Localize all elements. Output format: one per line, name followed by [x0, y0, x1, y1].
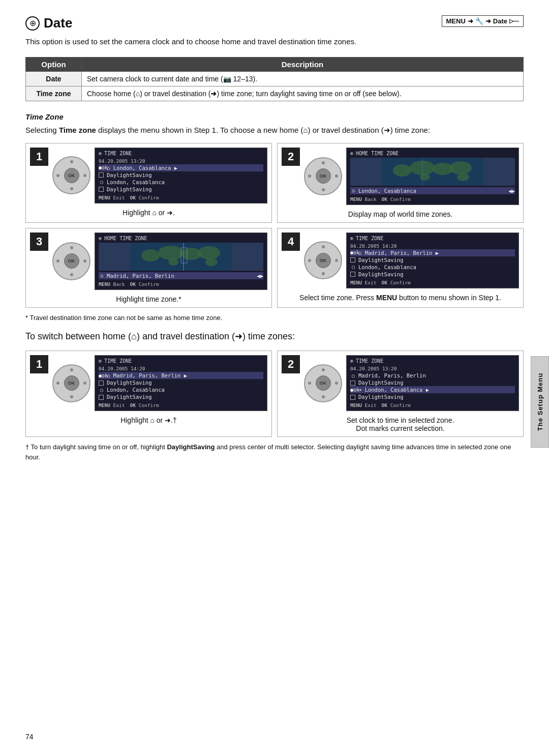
screen-s1-date: 04.20.2005 14:20 — [99, 365, 263, 372]
screen-3: ⊕HOME TIME ZONE — [95, 232, 267, 290]
controller-2-dot-right — [335, 175, 338, 178]
screen-1-row1: DaylightSaving — [99, 171, 263, 179]
step-2-caption: Display map of world time zones. — [348, 210, 452, 218]
screen-1-date: 04.20.2005 13:20 — [99, 158, 263, 164]
breadcrumb-arrow1: ➜ — [468, 17, 473, 25]
controller-dot-bottom — [70, 187, 73, 190]
screen-s1-row2: ○London, Casablanca — [99, 386, 263, 393]
screen-4-row3: DaylightSaving — [350, 271, 515, 278]
breadcrumb-setup-icon: 🔧 — [475, 17, 483, 25]
controller-s2: OK — [304, 364, 342, 402]
screen-s1-row0: ●ok⌂ Madrid, Paris, Berlin ▶ — [99, 372, 263, 379]
svg-point-5 — [449, 161, 472, 175]
svg-point-3 — [420, 173, 430, 181]
footnote-2: † To turn daylight saving time on or off… — [25, 442, 524, 462]
switch-step-1-number: 1 — [30, 355, 48, 373]
screen-4-row2: ○London, Casablanca — [350, 264, 515, 271]
screen-4-title: ⊕TIME ZONE — [350, 236, 515, 241]
step-3-caption: Highlight time zone.* — [116, 295, 181, 303]
switch-steps-grid: 1 OK ⊕TIME ZONE 04.20.2005 14:20 ●ok⌂ Ma… — [25, 351, 524, 437]
screen-s2-row2: ●ok➜ London, Casablanca ▶ — [350, 386, 515, 393]
controller-3-dot-bottom — [70, 273, 73, 276]
controller-2-dot-top — [322, 161, 325, 164]
screen-4-date: 04.20.2005 14:20 — [350, 243, 515, 249]
switch-step-1-cell: 1 OK ⊕TIME ZONE 04.20.2005 14:20 ●ok⌂ Ma… — [25, 351, 272, 437]
svg-point-11 — [168, 258, 178, 266]
controller-3-center-ok: OK — [64, 253, 79, 269]
controller-center-ok: OK — [64, 168, 79, 183]
controller-4-dot-left — [308, 259, 311, 262]
controller-s1-dot-bottom — [70, 395, 73, 398]
switch-step-2-cell: 2 OK ⊕TIME ZONE 04.20.2005 13:20 ○Madrid… — [277, 351, 524, 437]
step-1-number: 1 — [30, 148, 48, 166]
screen-3-title: ⊕HOME TIME ZONE — [99, 236, 263, 241]
step-2-cell: 2 OK ⊕HOME TIME ZONE — [277, 143, 524, 223]
controller-2-center-ok: OK — [316, 168, 331, 184]
step-4-caption: Select time zone. Press MENU button to m… — [299, 294, 501, 302]
step-4-inner: 4 OK ⊕TIME ZONE 04.20.2005 14:20 ●ok⌂ Ma… — [282, 232, 519, 288]
intro-text: This option is used to set the camera cl… — [25, 36, 524, 48]
page-header: ⊕ Date MENU ➜ 🔧 ➜ Date ▷— — [25, 15, 524, 31]
switch-step-1-caption: Highlight ⌂ or ➜.† — [120, 416, 177, 424]
svg-point-10 — [158, 246, 184, 260]
screen-4-row1: DaylightSaving — [350, 256, 515, 264]
controller-s1-dot-right — [83, 382, 86, 385]
breadcrumb-arrow2: ➜ — [485, 17, 491, 25]
switch-header: To switch between home (⌂) and travel de… — [25, 330, 524, 343]
svg-point-1 — [393, 164, 411, 177]
screen-4: ⊕TIME ZONE 04.20.2005 14:20 ●ok⌂ Madrid,… — [346, 232, 519, 288]
svg-point-9 — [141, 249, 160, 261]
svg-point-13 — [198, 246, 220, 259]
screen-s2-date: 04.20.2005 13:20 — [350, 365, 515, 372]
controller-4: OK — [304, 241, 342, 279]
screen-s2-title: ⊕TIME ZONE — [350, 358, 515, 364]
breadcrumb-end: ▷— — [509, 18, 519, 24]
controller-3: OK — [52, 242, 90, 280]
page-title: ⊕ Date — [25, 15, 72, 31]
steps-grid-1: 1 OK ⊕TIME ZONE 04.20.2005 13:20 ●ok⌂ Lo… — [25, 143, 524, 308]
screen-s2-row1: DaylightSaving — [350, 379, 515, 386]
step-4-cell: 4 OK ⊕TIME ZONE 04.20.2005 14:20 ●ok⌂ Ma… — [277, 228, 524, 308]
screen-1-footer: MENU ExitOK Confirm — [99, 195, 263, 200]
controller-s1-dot-top — [70, 368, 73, 371]
controller-s2-dot-bottom — [322, 395, 325, 398]
section-title: Time Zone — [25, 112, 524, 121]
screen-s2-row3: DaylightSaving — [350, 393, 515, 400]
screen-2-footer: MENU BackOK Confirm — [350, 196, 515, 202]
screen-s1-row1: DaylightSaving — [99, 379, 263, 386]
screen-2-row0: ⌂London, Casablanca◀▶ — [350, 187, 515, 194]
breadcrumb: MENU ➜ 🔧 ➜ Date ▷— — [442, 15, 524, 27]
step-3-cell: 3 OK ⊕HOME TIME ZONE — [25, 228, 272, 308]
breadcrumb-menu: MENU — [446, 17, 466, 25]
step-2-number: 2 — [282, 148, 300, 166]
controller-2-dot-bottom — [322, 188, 325, 191]
screen-4-row0: ●ok⌂ Madrid, Paris, Berlin ▶ — [350, 249, 515, 256]
date-icon: ⊕ — [25, 16, 40, 31]
controller-dot-top — [70, 160, 73, 163]
option-date: Date — [26, 71, 82, 86]
screen-s2: ⊕TIME ZONE 04.20.2005 13:20 ○Madrid, Par… — [346, 355, 519, 411]
controller-3-dot-left — [56, 259, 59, 263]
sidebar-label: The Setup Menu — [531, 356, 549, 448]
screen-s1-footer: MENU ExitOK Confirm — [99, 402, 263, 408]
screen-1: ⊕TIME ZONE 04.20.2005 13:20 ●ok⌂ London,… — [95, 148, 267, 203]
screen-3-footer: MENU BackOK Confirm — [99, 281, 263, 287]
controller-s1: OK — [52, 364, 90, 402]
switch-step-2-caption: Set clock to time in selected zone.Dot m… — [347, 416, 454, 432]
controller-3-dot-top — [70, 246, 73, 249]
step-1-cell: 1 OK ⊕TIME ZONE 04.20.2005 13:20 ●ok⌂ Lo… — [25, 143, 272, 223]
screen-1-row3: DaylightSaving — [99, 186, 263, 193]
time-zone-section: Time Zone Selecting Time zone displays t… — [25, 112, 524, 308]
title-text: Date — [44, 15, 72, 31]
controller-2-dot-left — [308, 175, 311, 178]
controller-dot-right — [83, 174, 86, 177]
screen-2: ⊕HOME TIME ZONE — [346, 148, 519, 205]
screen-1-title: ⊕TIME ZONE — [99, 151, 263, 156]
breadcrumb-date: Date — [493, 17, 507, 25]
controller-s2-dot-right — [335, 382, 338, 385]
screen-2-title: ⊕HOME TIME ZONE — [350, 151, 515, 156]
screen-1-row2: ○London, Casablanca — [99, 179, 263, 186]
step-3-inner: 3 OK ⊕HOME TIME ZONE — [30, 232, 267, 290]
options-table: Option Description Date Set camera clock… — [25, 57, 524, 101]
controller-s2-dot-top — [322, 368, 325, 371]
